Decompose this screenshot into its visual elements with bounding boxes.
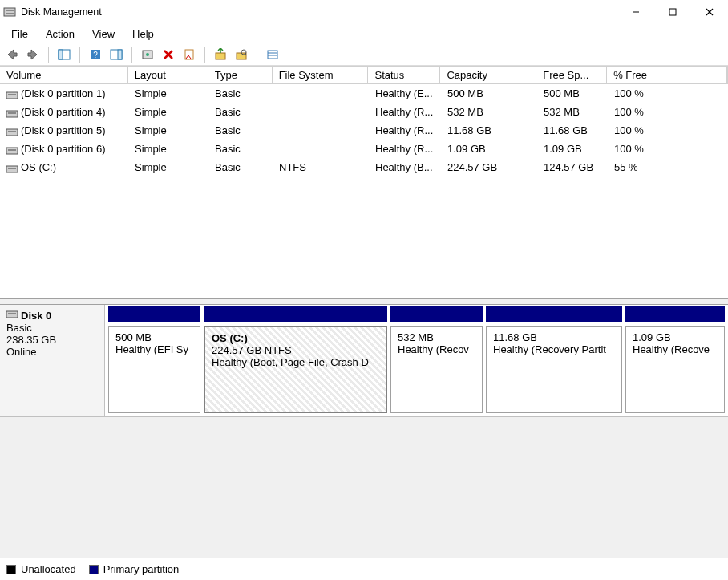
volume-fs: NTFS (273, 160, 369, 175)
svg-rect-4 (669, 9, 676, 15)
volume-layout: Simple (128, 160, 208, 175)
volume-type: Basic (208, 123, 273, 138)
volume-row[interactable]: (Disk 0 partition 5)SimpleBasicHealthy (… (0, 121, 728, 140)
volume-name: (Disk 0 partition 4) (21, 106, 105, 118)
svg-rect-32 (8, 149, 16, 151)
volume-row[interactable]: (Disk 0 partition 4)SimpleBasicHealthy (… (0, 103, 728, 121)
svg-rect-2 (6, 13, 14, 14)
volume-pct: 100 % (608, 104, 728, 120)
svg-rect-12 (118, 50, 122, 59)
column-header-volume[interactable]: Volume (0, 67, 128, 83)
disk-capacity: 238.35 GB (6, 334, 98, 346)
menu-file[interactable]: File (3, 26, 36, 43)
column-header-layout[interactable]: Layout (128, 67, 208, 83)
toolbar-separator (257, 47, 257, 63)
svg-text:?: ? (93, 51, 98, 59)
volume-pct: 100 % (608, 123, 728, 138)
volume-layout: Simple (128, 123, 208, 138)
volume-free: 1.09 GB (537, 141, 608, 156)
column-header-status[interactable]: Status (368, 67, 440, 83)
toolbar-separator (131, 47, 132, 63)
partition-name: OS (C:) (212, 332, 379, 344)
volume-type: Basic (208, 104, 273, 120)
partition-bar-segment[interactable] (108, 306, 200, 322)
volume-fs (273, 148, 369, 151)
partition-status: Healthy (Recovery Partit (493, 343, 615, 355)
svg-point-14 (146, 53, 149, 56)
volume-icon (6, 90, 18, 98)
svg-rect-34 (8, 168, 16, 169)
back-button[interactable] (3, 46, 21, 63)
show-hide-action-pane-button[interactable] (107, 46, 125, 63)
partition-size: 11.68 GB (493, 331, 615, 343)
empty-area (0, 417, 728, 558)
volume-icon (6, 145, 18, 153)
minimize-button[interactable] (617, 0, 654, 24)
volume-pct: 55 % (608, 160, 728, 175)
disk-icon (6, 310, 18, 322)
volume-status: Healthy (R... (369, 123, 441, 138)
refresh-button[interactable] (139, 46, 156, 63)
partition-box[interactable]: 11.68 GBHealthy (Recovery Partit (486, 326, 622, 413)
delete-button[interactable] (160, 46, 177, 63)
svg-rect-18 (216, 53, 225, 59)
volume-row[interactable]: (Disk 0 partition 1)SimpleBasicHealthy (… (0, 84, 728, 103)
volume-status: Healthy (E... (369, 86, 441, 101)
volume-capacity: 500 MB (441, 86, 537, 101)
titlebar: Disk Management (0, 0, 728, 24)
volume-free: 124.57 GB (537, 160, 608, 175)
toolbar-icon[interactable] (264, 46, 281, 63)
svg-rect-22 (268, 51, 277, 59)
partition-bar-segment[interactable] (625, 306, 725, 322)
disk-info-panel[interactable]: Disk 0 Basic 238.35 GB Online (0, 305, 105, 416)
partition-bar-segment[interactable] (486, 306, 622, 322)
swatch-unallocated (6, 565, 16, 574)
volume-status: Healthy (B... (369, 160, 441, 175)
toolbar-separator (79, 47, 80, 63)
properties-button[interactable] (180, 46, 198, 63)
volume-capacity: 11.68 GB (441, 123, 537, 138)
help-button[interactable]: ? (87, 46, 104, 63)
partition-box[interactable]: OS (C:)224.57 GB NTFSHealthy (Boot, Page… (204, 326, 387, 413)
partition-bar-segment[interactable] (390, 306, 483, 322)
volume-name: (Disk 0 partition 6) (21, 143, 105, 155)
toolbar-icon[interactable] (233, 46, 250, 63)
partition-box[interactable]: 532 MBHealthy (Recov (390, 326, 483, 413)
menu-action[interactable]: Action (38, 26, 83, 43)
show-hide-console-tree-button[interactable] (55, 46, 73, 63)
partition-box[interactable]: 500 MBHealthy (EFI Sy (108, 326, 200, 413)
forward-button[interactable] (24, 46, 42, 63)
volume-row[interactable]: OS (C:)SimpleBasicNTFSHealthy (B...224.5… (0, 158, 728, 176)
legend-unallocated: Unallocated (6, 563, 76, 575)
column-header-capacity[interactable]: Capacity (440, 67, 536, 83)
volume-name: OS (C:) (21, 161, 56, 173)
partition-bar-segment[interactable] (204, 306, 387, 322)
column-header-free[interactable]: Free Sp... (536, 67, 607, 83)
svg-rect-26 (8, 94, 16, 95)
toolbar-icon[interactable] (212, 46, 229, 63)
column-header-type[interactable]: Type (208, 67, 273, 83)
menubar: File Action View Help (0, 24, 728, 43)
volume-capacity: 532 MB (441, 104, 537, 120)
maximize-button[interactable] (654, 0, 691, 24)
svg-rect-28 (8, 112, 16, 114)
svg-rect-8 (59, 50, 63, 59)
volume-name: (Disk 0 partition 5) (21, 124, 105, 136)
volume-list-header: Volume Layout Type File System Status Ca… (0, 66, 728, 84)
volume-capacity: 224.57 GB (441, 160, 537, 175)
window-title: Disk Management (21, 6, 102, 18)
svg-rect-1 (6, 10, 14, 11)
volume-status: Healthy (R... (369, 141, 441, 156)
volume-type: Basic (208, 141, 273, 156)
close-button[interactable] (691, 0, 728, 24)
menu-help[interactable]: Help (124, 26, 162, 43)
column-header-filesystem[interactable]: File System (273, 67, 369, 83)
menu-view[interactable]: View (84, 26, 123, 43)
partition-box[interactable]: 1.09 GBHealthy (Recove (625, 326, 725, 413)
volume-list[interactable]: Volume Layout Type File System Status Ca… (0, 66, 728, 298)
column-header-pct-free[interactable]: % Free (607, 67, 727, 83)
volume-pct: 100 % (608, 141, 728, 156)
volume-free: 500 MB (537, 86, 608, 101)
splitter[interactable] (0, 298, 728, 305)
volume-row[interactable]: (Disk 0 partition 6)SimpleBasicHealthy (… (0, 140, 728, 158)
